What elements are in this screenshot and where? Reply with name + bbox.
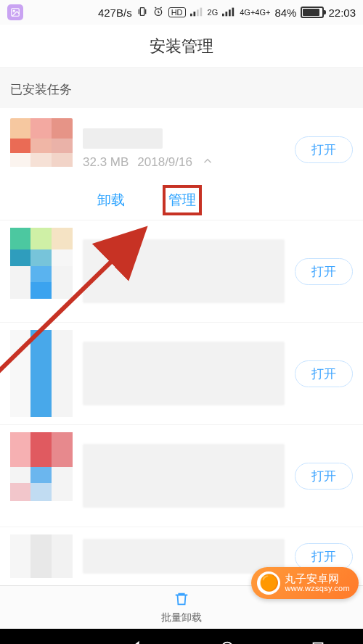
watermark-logo-icon: 🟠 bbox=[257, 571, 280, 595]
nav-recent-icon[interactable] bbox=[310, 640, 326, 644]
installed-section-header: 已安装任务 bbox=[0, 68, 363, 108]
open-button[interactable]: 打开 bbox=[295, 136, 353, 163]
battery-pct: 84% bbox=[274, 7, 296, 19]
app-date: 2018/9/16 bbox=[137, 155, 192, 170]
app-list: 32.3 MB 2018/9/16 打开 卸载 管理 打开 打开 bbox=[0, 108, 363, 585]
app-icon bbox=[10, 330, 73, 417]
battery-icon bbox=[301, 7, 324, 18]
app-row[interactable]: 32.3 MB 2018/9/16 打开 卸载 管理 bbox=[0, 108, 363, 220]
watermark-brand: 丸子安卓网 bbox=[285, 573, 350, 585]
status-bar: 427B/s HD 2G 4G+4G+ 84% 22:03 bbox=[0, 0, 363, 25]
app-icon bbox=[10, 432, 73, 519]
net-speed: 427B/s bbox=[98, 7, 132, 19]
uninstall-action[interactable]: 卸载 bbox=[97, 191, 125, 210]
nav-home-icon[interactable] bbox=[219, 640, 235, 644]
svg-rect-6 bbox=[197, 9, 199, 16]
net-4g-label: 4G+4G+ bbox=[240, 8, 270, 17]
open-button[interactable]: 打开 bbox=[295, 463, 353, 490]
app-size: 32.3 MB bbox=[83, 155, 129, 170]
app-row[interactable]: 打开 bbox=[0, 425, 363, 527]
system-nav-bar bbox=[0, 629, 363, 644]
trash-icon bbox=[174, 591, 189, 610]
alarm-icon bbox=[152, 6, 164, 20]
svg-point-1 bbox=[13, 10, 15, 12]
app-icon bbox=[10, 534, 73, 578]
app-icon bbox=[10, 228, 73, 315]
app-name-blurred bbox=[83, 239, 285, 303]
svg-rect-11 bbox=[232, 7, 234, 16]
svg-rect-7 bbox=[200, 7, 202, 16]
signal-2g-icon bbox=[190, 7, 203, 19]
app-icon bbox=[10, 118, 73, 181]
nav-hide-icon[interactable] bbox=[38, 640, 54, 644]
app-name-blurred bbox=[83, 128, 163, 149]
page-title: 安装管理 bbox=[0, 25, 363, 68]
svg-rect-4 bbox=[190, 13, 192, 16]
svg-rect-9 bbox=[226, 12, 228, 16]
svg-rect-8 bbox=[222, 13, 224, 16]
bulk-uninstall-label: 批量卸载 bbox=[161, 611, 202, 624]
svg-rect-5 bbox=[193, 12, 195, 16]
svg-rect-2 bbox=[140, 7, 144, 15]
vibrate-icon bbox=[136, 6, 148, 20]
watermark-badge: 🟠 丸子安卓网 www.wzsqsy.com bbox=[251, 567, 359, 599]
row-actions: 卸载 管理 bbox=[10, 181, 353, 210]
app-row[interactable]: 打开 bbox=[0, 323, 363, 425]
chevron-up-icon[interactable] bbox=[201, 154, 214, 171]
app-name-blurred bbox=[83, 539, 285, 574]
app-name-blurred bbox=[83, 444, 285, 508]
signal-4g-icon bbox=[222, 7, 235, 19]
open-button[interactable]: 打开 bbox=[295, 258, 353, 285]
open-button[interactable]: 打开 bbox=[295, 360, 353, 387]
app-name-blurred bbox=[83, 342, 285, 405]
gallery-icon bbox=[7, 4, 23, 20]
hd-icon: HD bbox=[168, 7, 186, 17]
watermark-url: www.wzsqsy.com bbox=[285, 585, 350, 593]
svg-rect-10 bbox=[229, 9, 231, 16]
net-2g-label: 2G bbox=[208, 8, 219, 17]
nav-back-icon[interactable] bbox=[129, 640, 144, 644]
manage-action[interactable]: 管理 bbox=[168, 191, 196, 210]
clock-time: 22:03 bbox=[328, 7, 356, 19]
open-button[interactable]: 打开 bbox=[295, 543, 353, 570]
app-row[interactable]: 打开 bbox=[0, 220, 363, 323]
